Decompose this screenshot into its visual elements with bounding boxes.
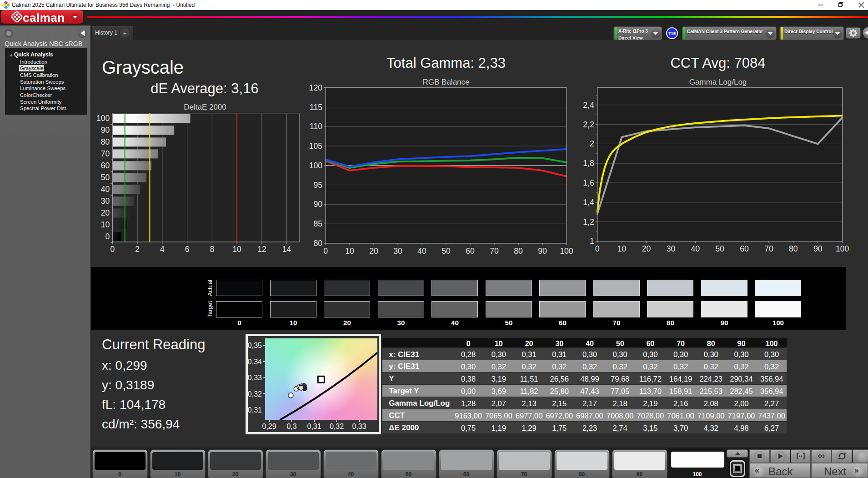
svg-text:0: 0 bbox=[110, 245, 115, 254]
svg-text:90: 90 bbox=[101, 126, 110, 135]
svg-text:100: 100 bbox=[560, 247, 573, 256]
svg-text:1,6: 1,6 bbox=[583, 178, 594, 187]
svg-text:1,8: 1,8 bbox=[583, 159, 594, 168]
svg-text:20: 20 bbox=[642, 244, 651, 253]
svg-text:10: 10 bbox=[345, 247, 354, 256]
svg-text:50: 50 bbox=[715, 244, 724, 253]
svg-text:0: 0 bbox=[105, 232, 110, 241]
svg-text:30: 30 bbox=[667, 244, 676, 253]
svg-text:90: 90 bbox=[813, 244, 823, 253]
svg-text:70: 70 bbox=[490, 247, 499, 256]
svg-text:14: 14 bbox=[282, 245, 291, 254]
svg-text:80: 80 bbox=[789, 244, 798, 253]
svg-text:2,4: 2,4 bbox=[583, 101, 594, 110]
svg-text:20: 20 bbox=[101, 208, 110, 217]
svg-text:2: 2 bbox=[135, 245, 140, 254]
svg-text:70: 70 bbox=[101, 149, 110, 158]
svg-text:0: 0 bbox=[323, 247, 328, 256]
svg-text:100: 100 bbox=[309, 161, 322, 170]
svg-text:20: 20 bbox=[369, 247, 378, 256]
svg-text:50: 50 bbox=[101, 173, 110, 182]
svg-text:60: 60 bbox=[466, 247, 475, 256]
svg-text:60: 60 bbox=[101, 161, 110, 170]
svg-text:4: 4 bbox=[160, 245, 165, 254]
svg-text:80: 80 bbox=[514, 247, 523, 256]
svg-text:40: 40 bbox=[417, 247, 426, 256]
svg-text:100: 100 bbox=[836, 244, 849, 253]
svg-text:80: 80 bbox=[101, 137, 110, 146]
svg-text:1: 1 bbox=[590, 236, 594, 246]
svg-text:100: 100 bbox=[96, 114, 110, 123]
svg-text:80: 80 bbox=[314, 239, 323, 248]
svg-text:110: 110 bbox=[310, 122, 322, 131]
svg-text:30: 30 bbox=[101, 196, 110, 206]
svg-text:0: 0 bbox=[595, 244, 600, 253]
svg-text:1,4: 1,4 bbox=[583, 198, 594, 207]
svg-text:12: 12 bbox=[257, 245, 266, 254]
svg-text:10: 10 bbox=[232, 245, 241, 254]
svg-text:90: 90 bbox=[314, 200, 323, 209]
svg-text:50: 50 bbox=[442, 247, 451, 256]
svg-text:8: 8 bbox=[210, 245, 214, 254]
svg-text:40: 40 bbox=[101, 185, 110, 194]
svg-text:30: 30 bbox=[393, 247, 402, 256]
svg-text:60: 60 bbox=[740, 244, 749, 253]
svg-text:120: 120 bbox=[309, 83, 322, 92]
svg-text:105: 105 bbox=[309, 141, 322, 151]
svg-text:6: 6 bbox=[185, 245, 190, 254]
svg-text:95: 95 bbox=[314, 181, 322, 190]
svg-text:115: 115 bbox=[310, 103, 322, 112]
svg-text:10: 10 bbox=[617, 244, 627, 253]
svg-text:85: 85 bbox=[314, 219, 322, 228]
svg-text:90: 90 bbox=[538, 247, 547, 256]
svg-text:2,2: 2,2 bbox=[583, 120, 594, 129]
svg-text:70: 70 bbox=[764, 244, 773, 253]
svg-text:1,2: 1,2 bbox=[583, 217, 594, 226]
svg-text:2: 2 bbox=[590, 139, 594, 148]
svg-text:10: 10 bbox=[101, 220, 110, 229]
svg-text:40: 40 bbox=[691, 244, 700, 253]
